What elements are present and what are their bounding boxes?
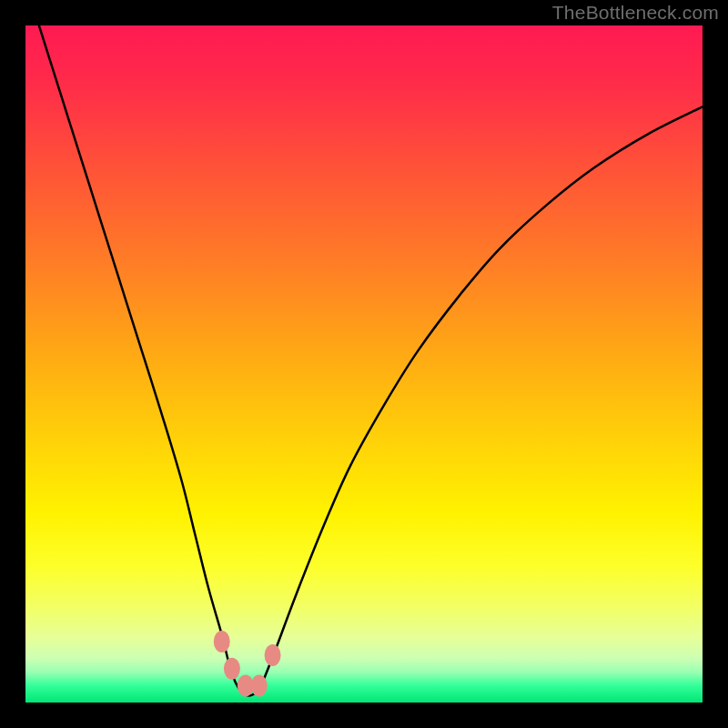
curve-marker — [214, 631, 230, 652]
bottleneck-curve — [39, 25, 703, 696]
chart-frame: TheBottleneck.com — [0, 0, 728, 728]
curve-marker — [224, 658, 240, 680]
watermark-text: TheBottleneck.com — [552, 2, 719, 24]
plot-area — [25, 25, 703, 703]
curve-marker — [265, 644, 281, 666]
curve-layer — [25, 25, 703, 703]
curve-marker — [251, 674, 268, 696]
